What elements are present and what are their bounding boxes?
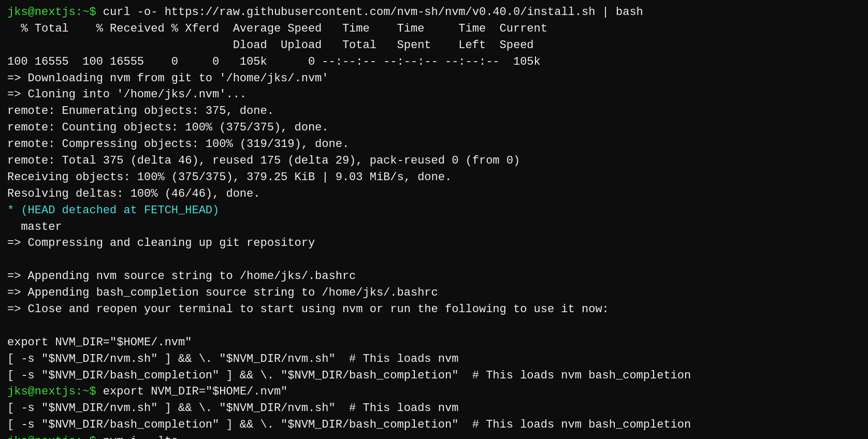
prompt-cmd: export NVM_DIR="$HOME/.nvm": [103, 385, 287, 398]
terminal-line: => Appending nvm source string to /home/…: [7, 268, 861, 285]
prompt-user: jks@nextjs:~$: [7, 385, 103, 398]
terminal-line: => Downloading nvm from git to '/home/jk…: [7, 70, 861, 87]
terminal-line: [ -s "$NVM_DIR/bash_completion" ] && \. …: [7, 368, 861, 384]
terminal-line: % Total % Received % Xferd Average Speed…: [7, 21, 861, 37]
terminal-line: [ -s "$NVM_DIR/nvm.sh" ] && \. "$NVM_DIR…: [7, 400, 861, 417]
terminal-line: jks@nextjs:~$ nvm i --lts: [7, 433, 861, 439]
terminal-line: remote: Enumerating objects: 375, done.: [7, 103, 861, 120]
terminal-line: 100 16555 100 16555 0 0 105k 0 --:--:-- …: [7, 54, 861, 70]
prompt-user: jks@nextjs:~$: [7, 435, 103, 439]
terminal-line: * (HEAD detached at FETCH_HEAD): [7, 202, 861, 219]
terminal-line: Dload Upload Total Spent Left Speed: [7, 37, 861, 54]
terminal-line: remote: Compressing objects: 100% (319/3…: [7, 136, 861, 153]
prompt-cmd: nvm i --lts: [103, 435, 178, 439]
terminal-line: export NVM_DIR="$HOME/.nvm": [7, 334, 861, 351]
terminal-line: Receiving objects: 100% (375/375), 379.2…: [7, 169, 861, 186]
terminal-line: => Compressing and cleaning up git repos…: [7, 235, 861, 252]
terminal-line: master: [7, 219, 861, 236]
terminal-line: jks@nextjs:~$ export NVM_DIR="$HOME/.nvm…: [7, 384, 861, 400]
terminal[interactable]: jks@nextjs:~$ curl -o- https://raw.githu…: [0, 0, 868, 439]
terminal-line: [ -s "$NVM_DIR/bash_completion" ] && \. …: [7, 417, 861, 433]
terminal-line: remote: Total 375 (delta 46), reused 175…: [7, 153, 861, 169]
terminal-line: [7, 318, 861, 334]
terminal-line: remote: Counting objects: 100% (375/375)…: [7, 120, 861, 136]
prompt-cmd: curl -o- https://raw.githubusercontent.c…: [103, 6, 643, 19]
terminal-line: => Appending bash_completion source stri…: [7, 285, 861, 301]
terminal-line: jks@nextjs:~$ curl -o- https://raw.githu…: [7, 4, 861, 21]
terminal-line: [ -s "$NVM_DIR/nvm.sh" ] && \. "$NVM_DIR…: [7, 351, 861, 368]
terminal-line: => Close and reopen your terminal to sta…: [7, 301, 861, 318]
prompt-user: jks@nextjs:~$: [7, 6, 103, 19]
terminal-line: => Cloning into '/home/jks/.nvm'...: [7, 86, 861, 103]
terminal-line: [7, 252, 861, 268]
terminal-line: Resolving deltas: 100% (46/46), done.: [7, 186, 861, 202]
